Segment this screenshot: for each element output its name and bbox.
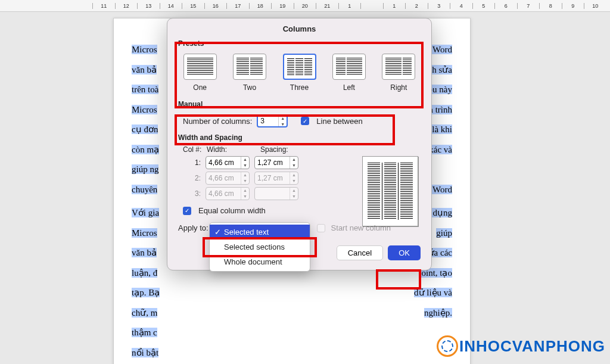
logo-text: INHOCVANPHONG <box>459 337 605 356</box>
start-new-column-label: Start new column <box>331 223 391 232</box>
apply-to-label: Apply to: <box>178 223 208 232</box>
selected-text[interactable]: Micros <box>132 45 157 54</box>
width-stepper-2: ▲▼ <box>206 172 250 185</box>
ok-button[interactable]: OK <box>388 245 421 260</box>
equal-width-checkbox[interactable]: ✓ <box>183 207 191 215</box>
line-between-checkbox[interactable]: ✓ <box>301 117 309 125</box>
equal-width-label: Equal column width <box>198 206 266 215</box>
columns-preview <box>362 156 418 226</box>
logo-icon <box>437 335 458 357</box>
width-spacing-label: Width and Spacing <box>178 133 421 142</box>
preset-three[interactable]: Three <box>279 54 320 92</box>
spacing-stepper-2: ▲▼ <box>254 172 298 185</box>
dialog-title: Columns <box>167 18 431 37</box>
spacing-stepper-1[interactable]: ▲▼ <box>254 156 298 169</box>
preset-one[interactable]: One <box>179 54 220 92</box>
preset-two[interactable]: Two <box>229 54 270 92</box>
preset-right[interactable]: Right <box>378 54 419 92</box>
apply-option-selected-sections[interactable]: Selected sections <box>210 239 310 254</box>
watermark-logo: INHOCVANPHONG <box>437 335 605 357</box>
apply-to-dropdown[interactable]: Selected text Selected sections Whole do… <box>209 222 310 272</box>
line-between-label: Line between <box>316 117 362 126</box>
apply-option-whole-document[interactable]: Whole document <box>210 254 310 269</box>
width-header: Width: <box>207 145 260 154</box>
stepper-down-icon[interactable]: ▼ <box>279 122 287 127</box>
apply-option-selected-text[interactable]: Selected text <box>210 225 310 239</box>
ruler-tick: 11 <box>92 3 115 9</box>
width-stepper-1[interactable]: ▲▼ <box>206 156 250 169</box>
presets-label: Presets <box>178 39 421 48</box>
cancel-button[interactable]: Cancel <box>337 245 383 260</box>
stepper-up-icon[interactable]: ▲ <box>279 116 287 122</box>
spacing-header: Spacing: <box>260 145 288 154</box>
presets-row: One Two Three Left Right <box>178 51 421 97</box>
spacing-stepper-3: ▲▼ <box>254 187 298 200</box>
num-columns-label: Number of columns: <box>183 117 252 126</box>
num-columns-stepper[interactable]: ▲▼ <box>257 114 288 127</box>
width-stepper-3: ▲▼ <box>206 187 250 200</box>
preset-left[interactable]: Left <box>328 54 369 92</box>
num-columns-input[interactable] <box>258 117 278 125</box>
start-new-column-checkbox <box>317 224 325 232</box>
col-number-header: Col #: <box>183 145 207 154</box>
horizontal-ruler: 11 12 13 14 15 16 17 18 19 20 21 1 1 2 3… <box>0 0 610 12</box>
columns-dialog: Columns Presets One Two Three Left Right <box>167 18 432 270</box>
manual-label: Manual <box>178 100 421 108</box>
